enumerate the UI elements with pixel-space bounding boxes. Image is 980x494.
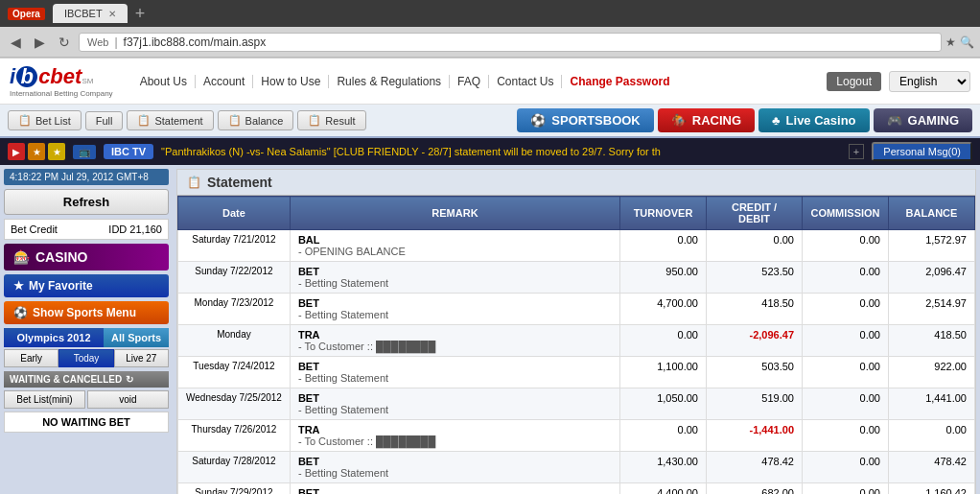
statement-button[interactable]: 📋 Statement [127,110,213,130]
cell-remark: BET - Betting Statement [290,357,619,388]
col-header-turnover: TURNOVER [620,197,707,230]
bookmark-button[interactable]: ★ [945,35,956,49]
account-link[interactable]: Account [196,75,253,88]
filter-today-button[interactable]: Today [58,349,113,367]
show-sports-label: Show Sports Menu [33,306,136,319]
show-sports-button[interactable]: ⚽ Show Sports Menu [4,301,169,324]
balance-icon: 📋 [228,114,242,127]
cell-remark: TRA - To Customer :: ████████ [290,325,619,357]
cell-credit: -2,096.47 [707,325,803,357]
cell-date: Sunday 7/29/2012 [178,483,291,495]
cell-balance: 2,514.97 [889,294,975,325]
sportsbook-label: SPORTSBOOK [551,113,640,128]
statement-nav-label: Statement [154,115,202,127]
ticker-icon-orange[interactable]: ★ [28,143,45,160]
cell-balance: 922.00 [889,357,975,388]
cell-balance: 418.50 [889,325,975,357]
void-button[interactable]: void [87,390,169,409]
cell-credit: 418.50 [707,294,803,325]
rules-link[interactable]: Rules & Regulations [329,75,450,88]
tab-close-button[interactable]: ✕ [108,9,116,19]
result-button[interactable]: 📋 Result [297,110,365,130]
remark-main: TRA [298,329,612,341]
content-header: 📋 Statement [177,170,975,196]
change-password-link[interactable]: Change Password [562,75,677,88]
my-favorite-button[interactable]: ★ My Favorite [4,274,169,297]
all-sports-button[interactable]: All Sports [104,328,169,347]
racing-button[interactable]: 🏇 RACING [658,108,755,132]
cell-balance: 1,441.00 [889,388,975,420]
new-tab-button[interactable]: + [135,4,146,24]
sport-filter: Early Today Live 27 [4,349,169,367]
cell-date: Tuesday 7/24/2012 [178,357,291,388]
sportsbook-button[interactable]: ⚽ SPORTSBOOK [517,108,653,132]
ticker-icon-yellow[interactable]: ★ [48,143,65,160]
tab-title: IBCBET [64,8,103,19]
olympics-button[interactable]: Olympics 2012 [4,328,104,347]
cell-balance: 1,572.97 [889,230,975,262]
casino-banner[interactable]: 🎰 CASINO [4,244,169,271]
live-casino-button[interactable]: ♣ Live Casino [758,108,870,132]
cell-remark: BET - Betting Statement [290,262,619,294]
address-bar[interactable]: Web | f37j1.ibc888.com/main.aspx [79,33,942,52]
address-text: f37j1.ibc888.com/main.aspx [124,35,933,49]
remark-sub: - To Customer :: ████████ [298,341,612,352]
refresh-waiting-icon[interactable]: ↻ [126,374,133,385]
tv-icon: 📺 [73,145,96,159]
racing-icon: 🏇 [671,113,687,128]
bet-list-mini-button[interactable]: Bet List(mini) [4,390,85,409]
faq-link[interactable]: FAQ [450,75,489,88]
remark-sub: - To Customer :: ████████ [298,435,612,447]
remark-main: BET [298,297,612,309]
cell-remark: BAL - OPENING BALANCE [290,230,619,262]
browser-titlebar: Opera IBCBET ✕ + [0,0,980,27]
remark-sub: - Betting Statement [298,309,612,320]
how-to-use-link[interactable]: How to Use [253,75,329,88]
waiting-label: WAITING & CANCELLED [10,374,122,385]
remark-main: BET [298,487,612,494]
refresh-button[interactable]: Refresh [4,189,169,215]
cell-commission: 0.00 [803,452,889,483]
remark-sub: - Betting Statement [298,467,612,479]
logout-button[interactable]: Logout [827,72,881,91]
full-button[interactable]: Full [85,111,124,130]
casino-chip-icon: 🎰 [13,249,30,265]
cell-commission: 0.00 [803,262,889,294]
filter-live-button[interactable]: Live 27 [114,349,169,367]
bet-list-icon: 📋 [18,114,32,127]
ticker-icon-red[interactable]: ▶ [8,143,25,160]
ibc-tv-label: IBC TV [104,144,153,159]
no-waiting-label: NO WAITING BET [4,412,169,433]
filter-early-button[interactable]: Early [4,349,58,367]
content-title: Statement [207,175,272,190]
cell-date: Wednesday 7/25/2012 [178,388,291,420]
header-nav: About Us Account How to Use Rules & Regu… [132,75,828,88]
personal-msg-button[interactable]: Personal Msg(0) [872,142,972,161]
datetime-bar: 4:18:22 PM Jul 29, 2012 GMT+8 [4,169,169,185]
cell-credit: 682.00 [707,483,803,495]
cell-remark: TRA - To Customer :: ████████ [290,420,619,452]
table-row: Sunday 7/29/2012 BET - Betting Statement… [178,483,975,495]
gaming-button[interactable]: 🎮 GAMING [874,108,972,132]
cell-date: Sunday 7/22/2012 [178,262,291,294]
language-select[interactable]: English 中文 ภาษาไทย [889,71,970,92]
result-icon: 📋 [308,114,321,127]
col-header-remark: REMARK [290,197,619,230]
cell-turnover: 1,050.00 [620,388,707,420]
refresh-nav-button[interactable]: ↻ [54,33,75,52]
table-row: Saturday 7/28/2012 BET - Betting Stateme… [178,452,975,483]
about-us-link[interactable]: About Us [132,75,196,88]
cell-balance: 0.00 [889,420,975,452]
logo-circle: b [16,66,37,87]
contact-us-link[interactable]: Contact Us [489,75,562,88]
back-button[interactable]: ◀ [6,33,26,52]
racing-label: RACING [692,113,741,128]
forward-button[interactable]: ▶ [30,33,50,52]
search-button[interactable]: 🔍 [960,35,974,49]
bet-list-button[interactable]: 📋 Bet List [8,110,82,130]
cell-date: Thursday 7/26/2012 [178,420,291,452]
ticker-expand-button[interactable]: + [849,144,864,159]
browser-tab[interactable]: IBCBET ✕ [53,4,128,23]
remark-sub: - OPENING BALANCE [298,246,612,257]
balance-button[interactable]: 📋 Balance [218,110,294,130]
